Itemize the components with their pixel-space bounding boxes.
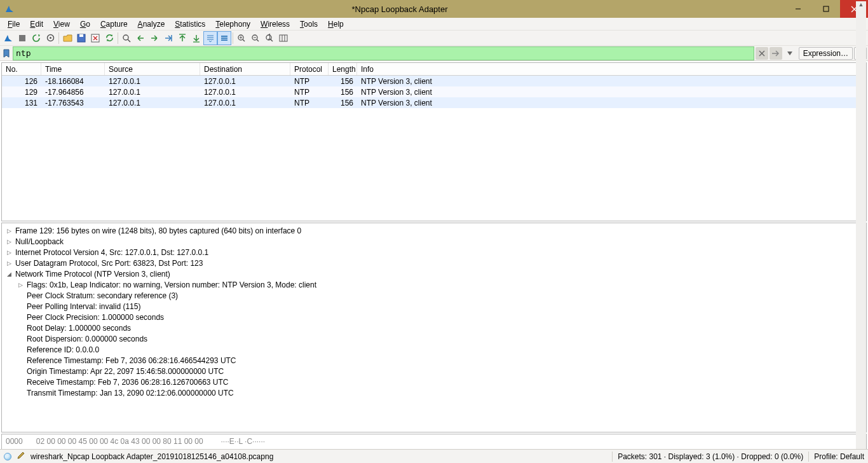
zoom1-icon[interactable]: 1 bbox=[262, 31, 276, 45]
menu-analyze[interactable]: Analyze bbox=[133, 18, 170, 30]
columns-icon[interactable] bbox=[276, 31, 290, 45]
hex-bytes: 02 00 00 00 45 00 00 4c 0a 43 00 00 80 1… bbox=[36, 437, 203, 446]
shark-fin-icon[interactable] bbox=[1, 31, 15, 45]
svg-line-13 bbox=[128, 39, 130, 42]
detail-line[interactable]: ▷Internet Protocol Version 4, Src: 127.0… bbox=[6, 247, 862, 258]
packet-rows[interactable]: 126-18.166084127.0.0.1127.0.0.1NTP156NTP… bbox=[2, 76, 866, 221]
separator bbox=[233, 32, 233, 44]
col-dest[interactable]: Destination bbox=[200, 63, 290, 75]
close-file-icon[interactable] bbox=[88, 31, 102, 45]
col-no[interactable]: No. bbox=[2, 63, 41, 75]
expression-button[interactable]: Expression… bbox=[799, 47, 853, 60]
menu-statistics[interactable]: Statistics bbox=[170, 18, 210, 30]
menu-edit[interactable]: Edit bbox=[25, 18, 48, 30]
last-icon[interactable] bbox=[189, 31, 203, 45]
options-icon[interactable] bbox=[43, 31, 57, 45]
svg-rect-1 bbox=[824, 6, 829, 11]
status-file: wireshark_Npcap Loopback Adapter_2019101… bbox=[31, 452, 607, 461]
next-icon[interactable] bbox=[147, 31, 161, 45]
scrollbar[interactable]: ▲▼ bbox=[856, 1, 866, 462]
find-icon[interactable] bbox=[119, 31, 133, 45]
menubar: FileEditViewGoCaptureAnalyzeStatisticsTe… bbox=[0, 18, 868, 31]
prev-icon[interactable] bbox=[133, 31, 147, 45]
detail-line[interactable]: ▷Frame 129: 156 bytes on wire (1248 bits… bbox=[6, 225, 862, 236]
detail-line[interactable]: Reference Timestamp: Feb 7, 2036 06:28:1… bbox=[6, 355, 862, 366]
detail-line[interactable]: Root Delay: 1.000000 seconds bbox=[6, 322, 862, 333]
menu-wireless[interactable]: Wireless bbox=[255, 18, 295, 30]
hex-ascii: ····E··L ·C······ bbox=[221, 437, 266, 446]
restart-icon[interactable] bbox=[29, 31, 43, 45]
status-bar: wireshark_Npcap Loopback Adapter_2019101… bbox=[0, 449, 868, 463]
packet-list: No. Time Source Destination Protocol Len… bbox=[1, 62, 867, 221]
status-profile[interactable]: Profile: Default bbox=[814, 452, 864, 461]
col-proto[interactable]: Protocol bbox=[290, 63, 329, 75]
packet-list-header[interactable]: No. Time Source Destination Protocol Len… bbox=[2, 63, 866, 76]
col-source[interactable]: Source bbox=[105, 63, 200, 75]
apply-filter-icon[interactable] bbox=[770, 47, 782, 60]
detail-line[interactable]: Receive Timestamp: Feb 7, 2036 06:28:16.… bbox=[6, 377, 862, 387]
detail-line[interactable]: ◢Network Time Protocol (NTP Version 3, c… bbox=[6, 268, 862, 279]
packet-details[interactable]: ▷Frame 129: 156 bytes on wire (1248 bits… bbox=[1, 223, 867, 432]
table-row[interactable]: 129-17.964856127.0.0.1127.0.0.1NTP156NTP… bbox=[2, 86, 866, 97]
filter-dropdown-icon[interactable] bbox=[783, 47, 796, 60]
svg-line-26 bbox=[243, 39, 245, 41]
detail-line[interactable]: ▷Null/Loopback bbox=[6, 236, 862, 247]
hex-offset: 0000 bbox=[6, 437, 31, 446]
jump-icon[interactable] bbox=[161, 31, 175, 45]
expert-info-icon[interactable] bbox=[4, 453, 11, 460]
separator bbox=[118, 32, 118, 44]
detail-line[interactable]: Origin Timestamp: Apr 22, 2097 15:46:58.… bbox=[6, 366, 862, 377]
table-row[interactable]: 131-17.763543127.0.0.1127.0.0.1NTP156NTP… bbox=[2, 97, 866, 108]
menu-file[interactable]: File bbox=[3, 18, 25, 30]
colorize-icon[interactable] bbox=[217, 31, 231, 45]
clear-filter-icon[interactable] bbox=[756, 47, 768, 60]
save-icon[interactable] bbox=[74, 31, 88, 45]
svg-rect-4 bbox=[19, 35, 25, 41]
detail-line[interactable]: Peer Polling Interval: invalid (115) bbox=[6, 301, 862, 312]
svg-rect-8 bbox=[79, 34, 83, 37]
col-time[interactable]: Time bbox=[41, 63, 105, 75]
table-row[interactable]: 126-18.166084127.0.0.1127.0.0.1NTP156NTP… bbox=[2, 76, 866, 86]
detail-line[interactable]: Peer Clock Stratum: secondary reference … bbox=[6, 290, 862, 301]
zoomin-icon[interactable] bbox=[234, 31, 248, 45]
first-icon[interactable] bbox=[175, 31, 189, 45]
status-packets: Packets: 301 · Displayed: 3 (1.0%) · Dro… bbox=[618, 452, 803, 461]
svg-line-29 bbox=[257, 39, 259, 41]
maximize-button[interactable] bbox=[812, 0, 840, 18]
menu-capture[interactable]: Capture bbox=[95, 18, 133, 30]
stop-icon[interactable] bbox=[15, 31, 29, 45]
svg-point-6 bbox=[50, 37, 51, 39]
menu-view[interactable]: View bbox=[48, 18, 75, 30]
toolbar: 1 bbox=[0, 31, 868, 46]
detail-line[interactable]: ▷User Datagram Protocol, Src Port: 63823… bbox=[6, 258, 862, 268]
filter-input[interactable] bbox=[13, 46, 754, 60]
detail-line[interactable]: Peer Clock Precision: 1.000000 seconds bbox=[6, 312, 862, 322]
filter-bar: Expression… + bbox=[0, 46, 868, 61]
detail-line[interactable]: Transmit Timestamp: Jan 13, 2090 02:12:0… bbox=[6, 387, 862, 398]
hex-pane[interactable]: 0000 02 00 00 00 45 00 00 4c 0a 43 00 00… bbox=[1, 434, 867, 450]
col-info[interactable]: Info bbox=[357, 63, 866, 75]
detail-line[interactable]: Root Dispersion: 0.000000 seconds bbox=[6, 333, 862, 344]
detail-line[interactable]: ▷Flags: 0x1b, Leap Indicator: no warning… bbox=[6, 279, 862, 290]
app-icon bbox=[4, 3, 15, 15]
svg-point-12 bbox=[123, 35, 128, 40]
zoomout-icon[interactable] bbox=[248, 31, 262, 45]
menu-tools[interactable]: Tools bbox=[295, 18, 323, 30]
bookmark-icon[interactable] bbox=[1, 48, 11, 59]
reload-icon[interactable] bbox=[102, 31, 116, 45]
menu-go[interactable]: Go bbox=[75, 18, 95, 30]
menu-help[interactable]: Help bbox=[323, 18, 349, 30]
titlebar: *Npcap Loopback Adapter bbox=[0, 0, 868, 18]
menu-telephony[interactable]: Telephony bbox=[210, 18, 255, 30]
detail-line[interactable]: Reference ID: 0.0.0.0 bbox=[6, 344, 862, 355]
minimize-button[interactable] bbox=[784, 0, 812, 18]
separator bbox=[58, 32, 59, 44]
autoscroll-icon[interactable] bbox=[203, 31, 217, 45]
folder-open-icon[interactable] bbox=[60, 31, 74, 45]
edit-icon[interactable] bbox=[17, 451, 25, 462]
col-len[interactable]: Length bbox=[329, 63, 357, 75]
window-title: *Npcap Loopback Adapter bbox=[15, 4, 784, 14]
svg-rect-33 bbox=[280, 35, 287, 41]
